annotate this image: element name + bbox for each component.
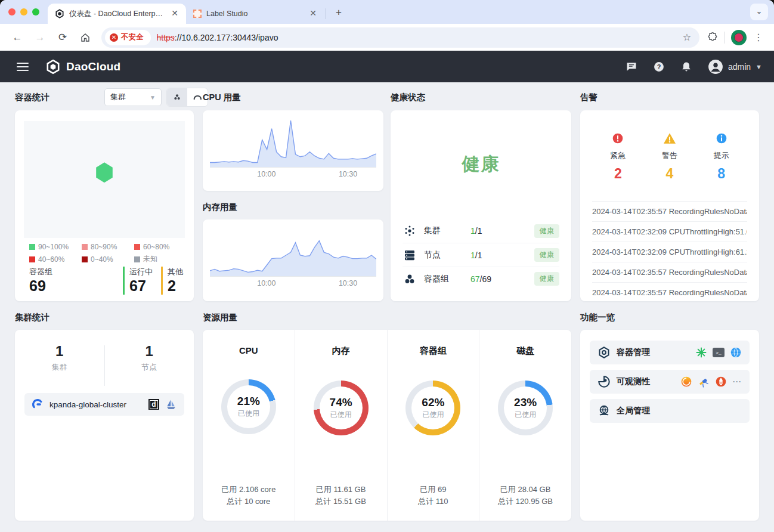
section-title-container-stats: 容器统计 [15,92,49,103]
memory-donut: 74%已使用 [314,381,369,435]
appbar-actions: ? admin ▼ [626,59,762,75]
tab-search-chevron-button[interactable]: ⌄ [750,4,768,20]
forward-button[interactable]: → [30,28,49,47]
feature-observability[interactable]: 可观测性 ⋯ [590,370,750,394]
prometheus-icon[interactable] [715,376,727,388]
container-mgmt-icon [597,346,611,359]
reload-button[interactable]: ⟳ [53,28,72,47]
alert-item[interactable]: 2024-03-14T02:35:57 RecordingRulesNoData… [592,262,747,282]
cluster-list-item[interactable]: kpanda-global-cluster d [24,393,184,416]
notifications-bell-icon[interactable] [680,61,692,73]
feature-container-mgmt[interactable]: 容器管理 >_ [590,341,750,364]
gauge-memory: 内存 74%已使用 已用 11.61 GB总计 15.51 GB [295,330,388,521]
x-tick: 10:30 [339,279,357,287]
browser-window: 仪表盘 - DaoCloud Enterprise ✕ Label Studio… [0,0,774,532]
minimize-window-button[interactable] [20,8,27,16]
tab-close-icon[interactable]: ✕ [308,8,318,19]
legend-item: 未知 [134,254,184,264]
scope-select[interactable]: 集群 ▼ [104,88,162,106]
scope-select-value: 集群 [110,92,126,103]
security-badge[interactable]: ✕ 不安全 [105,30,151,45]
feature-product-icons: ⋯ [680,376,742,388]
terminal-icon[interactable]: >_ [713,348,725,357]
username: admin [728,62,751,72]
feature-global-mgmt[interactable]: 全局管理 [590,399,750,423]
health-badge: 健康 [534,224,559,238]
address-bar[interactable]: ✕ 不安全 https://10.6.202.177:30443/ipavo ☆ [101,27,699,48]
resources-card: CPU 21%已使用 已用 2.106 core总计 10 core 内存 74… [203,330,571,521]
more-icon[interactable]: ⋯ [732,376,742,387]
node-count: 1 节点 [105,343,194,386]
svg-text:?: ? [657,63,661,70]
new-tab-button[interactable]: + [331,5,346,21]
tab-daocloud-dashboard[interactable]: 仪表盘 - DaoCloud Enterprise ✕ [48,4,186,24]
alert-item[interactable]: 2024-03-14T02:32:09 CPUThrottlingHigh:51… [592,221,747,242]
x-tick: 10:00 [257,170,275,178]
home-button[interactable] [76,28,95,47]
home-icon [80,32,91,43]
select-chevron-icon: ▼ [150,94,156,101]
bookmark-star-icon[interactable]: ☆ [678,32,696,43]
alert-list: 2024-03-14T02:35:57 RecordingRulesNoData… [592,201,747,302]
daocloud-cluster-icon [32,398,44,410]
x-tick: 10:30 [339,170,357,178]
hexagon-panel [24,121,185,238]
section-title-health: 健康状态 [391,92,425,103]
section-title-cluster-stats: 集群统计 [15,312,49,323]
app-navbar: DaoCloud ? admin ▼ [0,51,774,82]
tab-label-studio[interactable]: Label Studio ✕ [186,4,324,24]
info-icon [716,132,727,144]
browser-toolbar: ← → ⟳ ✕ 不安全 https://10.6.202.177:30443/i… [0,24,774,51]
feature-rows: 容器管理 >_ 可观测性 ⋯ [590,341,750,428]
url-text[interactable]: https://10.6.202.177:30443/ipavo [157,33,678,42]
x-tick: 10:00 [257,279,275,287]
hamburger-menu-icon[interactable] [17,63,29,71]
tab-close-icon[interactable]: ✕ [169,8,180,19]
overall-health-label: 健康 [391,152,571,177]
hexagon-view-button[interactable] [167,88,187,106]
close-window-button[interactable] [8,8,16,16]
cluster-icon [403,224,417,238]
url-scheme: https [157,33,175,42]
dots-view-icon [172,92,182,102]
help-icon[interactable]: ? [653,61,665,73]
back-button[interactable]: ← [8,28,27,47]
cpu-usage-card: 10:00 10:30 [203,110,383,191]
alert-item[interactable]: 2024-03-14T02:35:57 RecordingRulesNoData… [592,282,747,302]
zoom-window-button[interactable] [32,8,39,16]
grafana-icon[interactable] [680,376,692,388]
daocloud-brand[interactable]: DaoCloud [45,59,120,75]
telescope-icon[interactable] [698,376,710,388]
alert-stats: 紧急 2 警告 4 提示 8 [592,132,747,182]
legend-item: 40~60% [29,254,82,264]
cpu-area-chart [210,116,376,167]
health-row-pods: 容器组 67/69 健康 [403,267,559,290]
macos-window-controls[interactable] [0,0,48,24]
disk-donut: 23%已使用 [498,381,553,435]
alert-item[interactable]: 2024-03-14T02:35:57 RecordingRulesNoData… [592,201,747,221]
istio-globe-icon[interactable] [730,347,742,358]
cluster-counts: 1 集群 1 节点 [15,343,194,386]
health-badge: 健康 [534,272,559,286]
health-row-cluster: 集群 1/1 健康 [403,219,559,243]
resource-gauges: CPU 21%已使用 已用 2.106 core总计 10 core 内存 74… [203,330,571,521]
section-title-alerts: 告警 [580,92,597,103]
alert-stat-warning: 警告 4 [644,132,696,182]
alerts-card: 紧急 2 警告 4 提示 8 2024-03-14T02:35:57 Recor… [580,110,759,301]
profile-avatar[interactable] [731,30,747,45]
legend-swatch [134,244,140,250]
view-toggle-group [166,88,208,107]
user-menu[interactable]: admin ▼ [708,59,762,75]
profile-avatar-inner [734,33,744,42]
global-mgmt-icon [597,404,611,417]
tab-strip: 仪表盘 - DaoCloud Enterprise ✕ Label Studio… [0,0,774,24]
alert-item[interactable]: 2024-03-14T02:32:09 CPUThrottlingHigh:61… [592,242,747,262]
sailboat-icon [165,398,177,410]
pod-hexagon[interactable] [95,162,113,183]
feedback-chat-icon[interactable] [626,61,637,73]
extensions-icon[interactable] [707,32,719,44]
browser-menu-icon[interactable]: ⋮ [749,32,768,43]
legend-swatch [82,244,88,250]
memory-usage-card: 10:00 10:30 [203,219,383,301]
kubean-icon[interactable] [695,347,707,358]
